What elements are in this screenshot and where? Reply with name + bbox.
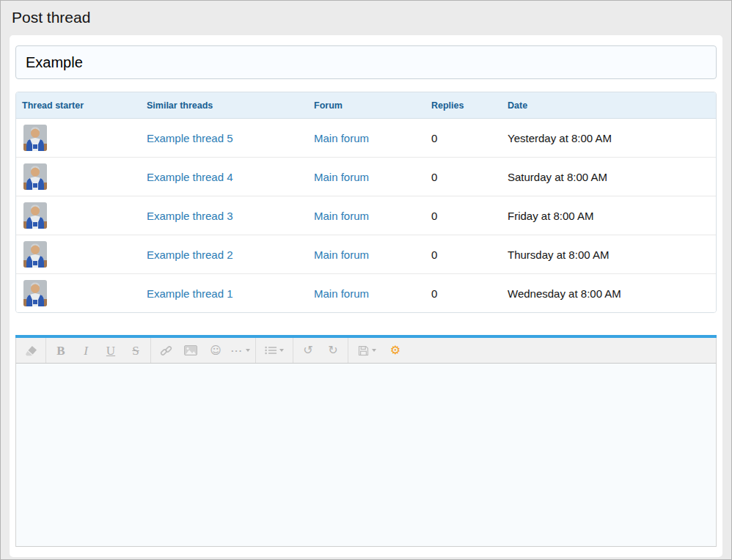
user-avatar[interactable] [23, 125, 47, 151]
chevron-down-icon [279, 349, 284, 352]
thread-date: Friday at 8:00 AM [508, 210, 594, 222]
forum-link[interactable]: Main forum [314, 248, 369, 261]
thread-date: Yesterday at 8:00 AM [508, 132, 612, 144]
italic-button[interactable]: I [73, 338, 98, 363]
insert-link-button[interactable] [153, 338, 178, 363]
table-row: Example thread 1 Main forum 0 Wednesday … [16, 274, 716, 312]
page-title: Post thread [1, 1, 731, 35]
user-avatar[interactable] [23, 241, 47, 268]
rich-text-editor: B I U S ☺ ··· [15, 335, 717, 547]
replies-count: 0 [431, 287, 437, 300]
column-header-similar-threads: Similar threads [141, 92, 308, 119]
forum-link[interactable]: Main forum [314, 132, 369, 144]
avatar-photo-icon [23, 163, 47, 190]
thread-link[interactable]: Example thread 3 [147, 210, 233, 222]
redo-button[interactable]: ↻ [321, 338, 345, 363]
column-header-replies: Replies [425, 92, 502, 119]
thread-date: Saturday at 8:00 AM [508, 171, 607, 183]
editor-toolbar: B I U S ☺ ··· [15, 338, 717, 364]
post-thread-panel: Thread starter Similar threads Forum Rep… [10, 35, 722, 557]
thread-link[interactable]: Example thread 5 [147, 132, 233, 144]
column-header-date: Date [502, 92, 716, 119]
strikethrough-button[interactable]: S [123, 338, 148, 363]
gear-icon: ⚙ [390, 345, 400, 356]
strikethrough-label: S [132, 345, 139, 357]
chevron-down-icon [372, 349, 376, 352]
forum-link[interactable]: Main forum [314, 210, 369, 222]
message-body-input[interactable] [15, 364, 717, 547]
user-avatar[interactable] [23, 202, 47, 229]
more-options-button[interactable]: ··· [228, 338, 253, 363]
table-row: Example thread 3 Main forum 0 Friday at … [16, 196, 716, 235]
underline-button[interactable]: U [98, 338, 123, 363]
toolbar-group-list [256, 338, 293, 363]
similar-threads-table: Thread starter Similar threads Forum Rep… [15, 92, 717, 313]
avatar-photo-icon [23, 125, 47, 151]
replies-count: 0 [431, 171, 437, 183]
toolbar-group-format-remove [16, 338, 46, 363]
italic-label: I [84, 345, 88, 357]
floppy-save-icon [358, 345, 369, 356]
forum-link[interactable]: Main forum [314, 171, 369, 183]
user-avatar[interactable] [23, 280, 47, 306]
list-format-button[interactable] [258, 338, 290, 363]
undo-button[interactable]: ↺ [296, 338, 321, 363]
unordered-list-icon [265, 346, 277, 355]
undo-icon: ↺ [303, 345, 312, 356]
smiley-icon: ☺ [210, 345, 222, 356]
more-options-icon: ··· [231, 346, 243, 355]
table-header-row: Thread starter Similar threads Forum Rep… [16, 92, 716, 119]
column-header-thread-starter: Thread starter [16, 92, 141, 119]
editor-settings-button[interactable]: ⚙ [383, 338, 408, 363]
eraser-icon [25, 345, 37, 356]
image-icon [184, 345, 197, 355]
replies-count: 0 [431, 248, 437, 261]
insert-image-button[interactable] [178, 338, 203, 363]
link-icon [160, 345, 172, 357]
thread-date: Thursday at 8:00 AM [508, 248, 609, 261]
thread-link[interactable]: Example thread 1 [147, 287, 233, 300]
bold-button[interactable]: B [48, 338, 73, 363]
drafts-button[interactable] [351, 338, 383, 363]
smiley-button[interactable]: ☺ [203, 338, 228, 363]
table-row: Example thread 5 Main forum 0 Yesterday … [16, 119, 716, 158]
remove-formatting-button[interactable] [18, 338, 43, 363]
avatar-photo-icon [23, 280, 47, 306]
toolbar-group-insert: ☺ ··· [151, 338, 256, 363]
avatar-photo-icon [23, 202, 47, 229]
avatar-photo-icon [23, 241, 47, 268]
bold-label: B [56, 345, 65, 357]
toolbar-group-misc: ⚙ [348, 338, 410, 363]
underline-label: U [106, 345, 115, 357]
thread-title-input[interactable] [15, 45, 717, 79]
redo-icon: ↻ [328, 345, 337, 356]
column-header-forum: Forum [308, 92, 425, 119]
thread-date: Wednesday at 8:00 AM [508, 287, 621, 300]
replies-count: 0 [431, 132, 437, 144]
chevron-down-icon [246, 349, 250, 352]
toolbar-group-history: ↺ ↻ [293, 338, 348, 363]
table-row: Example thread 2 Main forum 0 Thursday a… [16, 235, 716, 274]
forum-link[interactable]: Main forum [314, 287, 369, 300]
toolbar-group-text-style: B I U S [46, 338, 151, 363]
thread-link[interactable]: Example thread 2 [147, 248, 233, 261]
thread-link[interactable]: Example thread 4 [147, 171, 233, 183]
user-avatar[interactable] [23, 163, 47, 190]
replies-count: 0 [431, 210, 437, 222]
table-row: Example thread 4 Main forum 0 Saturday a… [16, 158, 716, 196]
